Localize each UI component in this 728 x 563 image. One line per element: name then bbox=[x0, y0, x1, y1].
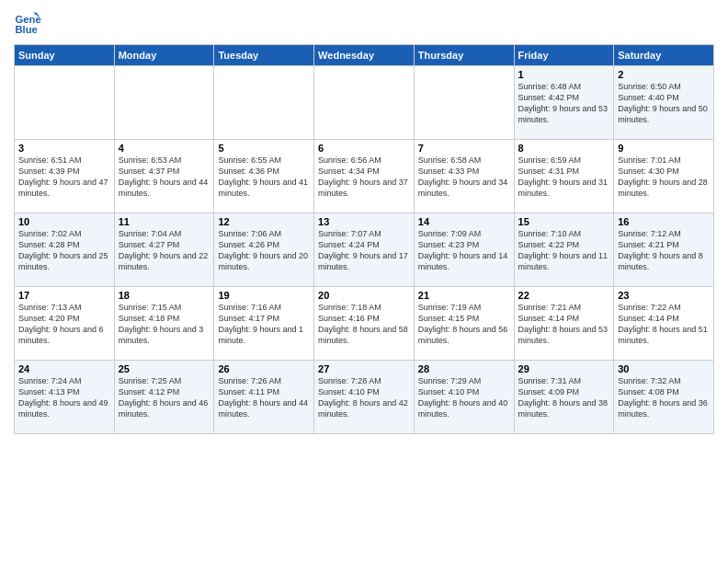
day-number: 24 bbox=[18, 363, 110, 374]
day-info: Sunrise: 7:10 AMSunset: 4:22 PMDaylight:… bbox=[518, 228, 610, 273]
calendar-cell: 27Sunrise: 7:28 AMSunset: 4:10 PMDayligh… bbox=[314, 361, 415, 434]
day-number: 19 bbox=[218, 290, 310, 301]
day-number: 14 bbox=[418, 216, 510, 227]
logo: General Blue bbox=[14, 9, 45, 37]
calendar-cell: 1Sunrise: 6:48 AMSunset: 4:42 PMDaylight… bbox=[514, 66, 614, 140]
calendar-cell: 18Sunrise: 7:15 AMSunset: 4:18 PMDayligh… bbox=[114, 287, 214, 361]
day-info: Sunrise: 7:31 AMSunset: 4:09 PMDaylight:… bbox=[518, 375, 610, 420]
day-number: 21 bbox=[418, 290, 510, 301]
day-number: 15 bbox=[518, 216, 610, 227]
day-info: Sunrise: 7:01 AMSunset: 4:30 PMDaylight:… bbox=[618, 155, 710, 200]
day-info: Sunrise: 7:24 AMSunset: 4:13 PMDaylight:… bbox=[18, 375, 110, 420]
calendar-cell: 28Sunrise: 7:29 AMSunset: 4:10 PMDayligh… bbox=[414, 361, 514, 434]
day-number: 13 bbox=[318, 216, 410, 227]
calendar-cell: 7Sunrise: 6:58 AMSunset: 4:33 PMDaylight… bbox=[414, 140, 514, 213]
calendar-cell: 16Sunrise: 7:12 AMSunset: 4:21 PMDayligh… bbox=[614, 213, 714, 287]
weekday-header-wednesday: Wednesday bbox=[314, 45, 415, 66]
calendar-week-1: 1Sunrise: 6:48 AMSunset: 4:42 PMDaylight… bbox=[15, 66, 714, 140]
weekday-header-thursday: Thursday bbox=[414, 45, 514, 66]
day-info: Sunrise: 6:56 AMSunset: 4:34 PMDaylight:… bbox=[318, 155, 410, 200]
day-number: 3 bbox=[18, 143, 110, 154]
day-info: Sunrise: 7:28 AMSunset: 4:10 PMDaylight:… bbox=[318, 375, 410, 420]
day-info: Sunrise: 6:59 AMSunset: 4:31 PMDaylight:… bbox=[518, 155, 610, 200]
day-number: 17 bbox=[18, 290, 110, 301]
calendar-cell: 12Sunrise: 7:06 AMSunset: 4:26 PMDayligh… bbox=[214, 213, 314, 287]
day-number: 8 bbox=[518, 143, 610, 154]
header: General Blue bbox=[14, 9, 714, 37]
day-number: 29 bbox=[518, 363, 610, 374]
calendar-cell bbox=[314, 66, 415, 140]
day-info: Sunrise: 7:07 AMSunset: 4:24 PMDaylight:… bbox=[318, 228, 410, 273]
day-info: Sunrise: 6:50 AMSunset: 4:40 PMDaylight:… bbox=[618, 81, 710, 126]
day-number: 7 bbox=[418, 143, 510, 154]
svg-text:Blue: Blue bbox=[16, 24, 38, 35]
calendar-cell: 4Sunrise: 6:53 AMSunset: 4:37 PMDaylight… bbox=[114, 140, 214, 213]
calendar-cell: 25Sunrise: 7:25 AMSunset: 4:12 PMDayligh… bbox=[114, 361, 214, 434]
day-number: 6 bbox=[318, 143, 410, 154]
calendar-cell: 24Sunrise: 7:24 AMSunset: 4:13 PMDayligh… bbox=[15, 361, 115, 434]
calendar-cell: 15Sunrise: 7:10 AMSunset: 4:22 PMDayligh… bbox=[514, 213, 614, 287]
day-info: Sunrise: 7:02 AMSunset: 4:28 PMDaylight:… bbox=[18, 228, 110, 273]
day-number: 20 bbox=[318, 290, 410, 301]
day-number: 1 bbox=[518, 69, 610, 80]
day-info: Sunrise: 6:48 AMSunset: 4:42 PMDaylight:… bbox=[518, 81, 610, 126]
calendar-cell: 3Sunrise: 6:51 AMSunset: 4:39 PMDaylight… bbox=[15, 140, 115, 213]
day-number: 27 bbox=[318, 363, 410, 374]
calendar-cell: 14Sunrise: 7:09 AMSunset: 4:23 PMDayligh… bbox=[414, 213, 514, 287]
day-info: Sunrise: 7:32 AMSunset: 4:08 PMDaylight:… bbox=[618, 375, 710, 420]
calendar-cell: 23Sunrise: 7:22 AMSunset: 4:14 PMDayligh… bbox=[614, 287, 714, 361]
day-info: Sunrise: 6:53 AMSunset: 4:37 PMDaylight:… bbox=[119, 155, 210, 200]
calendar-cell: 5Sunrise: 6:55 AMSunset: 4:36 PMDaylight… bbox=[214, 140, 314, 213]
day-number: 28 bbox=[418, 363, 510, 374]
day-info: Sunrise: 7:29 AMSunset: 4:10 PMDaylight:… bbox=[418, 375, 510, 420]
calendar-cell: 26Sunrise: 7:26 AMSunset: 4:11 PMDayligh… bbox=[214, 361, 314, 434]
day-number: 10 bbox=[18, 216, 110, 227]
calendar-cell: 10Sunrise: 7:02 AMSunset: 4:28 PMDayligh… bbox=[15, 213, 115, 287]
day-number: 25 bbox=[119, 363, 210, 374]
calendar-cell: 13Sunrise: 7:07 AMSunset: 4:24 PMDayligh… bbox=[314, 213, 415, 287]
day-number: 5 bbox=[218, 143, 310, 154]
day-number: 18 bbox=[119, 290, 210, 301]
calendar-table: SundayMondayTuesdayWednesdayThursdayFrid… bbox=[14, 44, 714, 434]
day-info: Sunrise: 7:18 AMSunset: 4:16 PMDaylight:… bbox=[318, 302, 410, 347]
weekday-header-monday: Monday bbox=[114, 45, 214, 66]
day-number: 9 bbox=[618, 143, 710, 154]
day-info: Sunrise: 6:55 AMSunset: 4:36 PMDaylight:… bbox=[218, 155, 310, 200]
day-info: Sunrise: 7:15 AMSunset: 4:18 PMDaylight:… bbox=[119, 302, 210, 347]
day-number: 4 bbox=[119, 143, 210, 154]
day-number: 26 bbox=[218, 363, 310, 374]
calendar-week-5: 24Sunrise: 7:24 AMSunset: 4:13 PMDayligh… bbox=[15, 361, 714, 434]
day-info: Sunrise: 7:12 AMSunset: 4:21 PMDaylight:… bbox=[618, 228, 710, 273]
calendar-cell: 9Sunrise: 7:01 AMSunset: 4:30 PMDaylight… bbox=[614, 140, 714, 213]
calendar-cell: 21Sunrise: 7:19 AMSunset: 4:15 PMDayligh… bbox=[414, 287, 514, 361]
day-info: Sunrise: 7:21 AMSunset: 4:14 PMDaylight:… bbox=[518, 302, 610, 347]
day-info: Sunrise: 7:26 AMSunset: 4:11 PMDaylight:… bbox=[218, 375, 310, 420]
calendar-week-2: 3Sunrise: 6:51 AMSunset: 4:39 PMDaylight… bbox=[15, 140, 714, 213]
calendar-cell: 30Sunrise: 7:32 AMSunset: 4:08 PMDayligh… bbox=[614, 361, 714, 434]
day-number: 30 bbox=[618, 363, 710, 374]
weekday-header-row: SundayMondayTuesdayWednesdayThursdayFrid… bbox=[15, 45, 714, 66]
calendar-cell: 6Sunrise: 6:56 AMSunset: 4:34 PMDaylight… bbox=[314, 140, 415, 213]
weekday-header-tuesday: Tuesday bbox=[214, 45, 314, 66]
weekday-header-friday: Friday bbox=[514, 45, 614, 66]
day-info: Sunrise: 7:06 AMSunset: 4:26 PMDaylight:… bbox=[218, 228, 310, 273]
calendar-cell: 17Sunrise: 7:13 AMSunset: 4:20 PMDayligh… bbox=[15, 287, 115, 361]
calendar-cell: 29Sunrise: 7:31 AMSunset: 4:09 PMDayligh… bbox=[514, 361, 614, 434]
day-info: Sunrise: 7:19 AMSunset: 4:15 PMDaylight:… bbox=[418, 302, 510, 347]
calendar-cell bbox=[414, 66, 514, 140]
day-number: 23 bbox=[618, 290, 710, 301]
weekday-header-saturday: Saturday bbox=[614, 45, 714, 66]
calendar-cell: 22Sunrise: 7:21 AMSunset: 4:14 PMDayligh… bbox=[514, 287, 614, 361]
calendar-cell: 19Sunrise: 7:16 AMSunset: 4:17 PMDayligh… bbox=[214, 287, 314, 361]
calendar-week-4: 17Sunrise: 7:13 AMSunset: 4:20 PMDayligh… bbox=[15, 287, 714, 361]
weekday-header-sunday: Sunday bbox=[15, 45, 115, 66]
day-info: Sunrise: 7:09 AMSunset: 4:23 PMDaylight:… bbox=[418, 228, 510, 273]
calendar-cell bbox=[214, 66, 314, 140]
calendar-cell: 8Sunrise: 6:59 AMSunset: 4:31 PMDaylight… bbox=[514, 140, 614, 213]
main-container: General Blue SundayMondayTuesdayWednesda… bbox=[0, 0, 728, 443]
day-number: 11 bbox=[119, 216, 210, 227]
calendar-cell: 11Sunrise: 7:04 AMSunset: 4:27 PMDayligh… bbox=[114, 213, 214, 287]
day-info: Sunrise: 7:04 AMSunset: 4:27 PMDaylight:… bbox=[119, 228, 210, 273]
day-number: 2 bbox=[618, 69, 710, 80]
day-info: Sunrise: 7:22 AMSunset: 4:14 PMDaylight:… bbox=[618, 302, 710, 347]
